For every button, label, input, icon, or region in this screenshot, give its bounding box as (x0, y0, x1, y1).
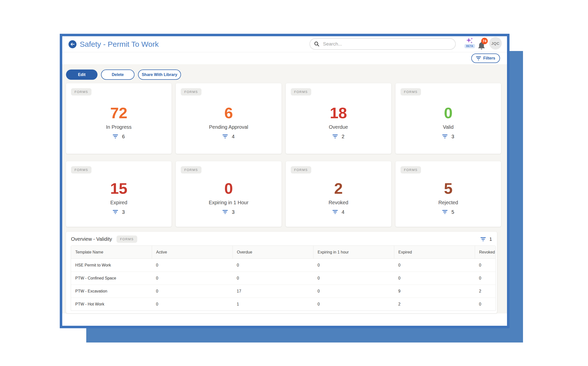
stat-value: 6 (224, 105, 233, 121)
template-name-cell: PTW - Excavation (71, 285, 152, 298)
filter-icon (442, 134, 448, 138)
page-title: Safety - Permit To Work (80, 40, 159, 48)
table-scroll-area[interactable]: Template Name Active Overdue Expiring in… (71, 246, 496, 311)
filter-icon (480, 237, 486, 241)
header-bar: Safety - Permit To Work BETA (62, 36, 507, 52)
filter-icon (476, 56, 481, 60)
stat-label: Revoked (328, 200, 348, 206)
notifications-button[interactable]: 74 (476, 38, 489, 51)
beta-feature-button[interactable]: BETA (464, 37, 476, 48)
table-row: PTW - Confined Space 0 0 0 0 0 (71, 272, 496, 285)
value-cell: 0 (152, 272, 232, 285)
value-cell: 0 (232, 259, 313, 272)
value-cell: 0 (313, 285, 394, 298)
delete-button[interactable]: Delete (101, 70, 134, 80)
value-cell: 0 (313, 298, 394, 311)
stat-value: 72 (110, 105, 128, 121)
overview-validity-card: Overview - Validity FORMS 1 Template Nam… (66, 232, 497, 313)
filter-icon (113, 134, 118, 138)
back-arrow-icon (70, 42, 75, 46)
table-row: HSE Permit to Work 0 0 0 0 0 (71, 259, 496, 272)
card-filter-count: 5 (452, 209, 454, 215)
card-filter-count: 4 (232, 134, 234, 140)
forms-tag: FORMS (71, 88, 92, 96)
forms-tag: FORMS (181, 88, 201, 96)
search-icon (314, 41, 320, 47)
table-filter-count: 1 (489, 236, 492, 242)
filter-icon (222, 210, 228, 214)
stat-label: In Progress (106, 124, 132, 130)
value-cell: 0 (475, 259, 496, 272)
back-button[interactable] (68, 40, 76, 48)
value-cell: 2 (475, 285, 496, 298)
card-pending-approval: FORMS 6 Pending Approval 4 (176, 83, 281, 154)
value-cell: 0 (475, 272, 496, 285)
stat-cards-grid: FORMS 72 In Progress 6 FORMS 6 Pending A… (66, 83, 501, 227)
card-revoked: FORMS 2 Revoked 4 (286, 161, 391, 227)
stat-label: Overdue (329, 124, 348, 130)
user-avatar[interactable]: JQC (489, 37, 502, 50)
forms-tag: FORMS (400, 88, 421, 96)
value-cell: 1 (232, 298, 313, 311)
card-filter-count: 4 (342, 209, 344, 215)
search-box[interactable] (310, 38, 456, 50)
table-row: PTW - Hot Work 0 1 0 2 0 (71, 298, 496, 311)
card-filter-link[interactable]: 4 (332, 209, 344, 215)
stat-value: 0 (224, 181, 233, 196)
filter-icon (113, 210, 118, 214)
notification-count-badge: 74 (481, 38, 488, 44)
card-in-progress: FORMS 72 In Progress 6 (66, 83, 172, 154)
app-window: Safety - Permit To Work BETA (60, 34, 510, 328)
validity-table: Template Name Active Overdue Expiring in… (71, 246, 496, 310)
stat-value: 0 (444, 105, 452, 121)
stat-value: 2 (334, 181, 342, 196)
card-filter-link[interactable]: 4 (222, 134, 234, 140)
card-filter-count: 3 (232, 209, 234, 215)
share-with-library-button[interactable]: Share With Library (138, 70, 181, 80)
card-filter-link[interactable]: 3 (222, 209, 234, 215)
value-cell: 0 (313, 259, 394, 272)
value-cell: 0 (152, 259, 232, 272)
stat-label: Rejected (438, 200, 458, 206)
filters-button[interactable]: Filters (471, 54, 500, 63)
card-expired: FORMS 15 Expired 3 (66, 161, 172, 227)
value-cell: 0 (394, 272, 475, 285)
table-title-row: Overview - Validity FORMS 1 (66, 232, 497, 246)
filters-row: Filters (62, 52, 507, 64)
card-filter-count: 3 (452, 134, 454, 140)
value-cell: 0 (394, 259, 475, 272)
forms-tag: FORMS (71, 166, 92, 174)
column-header: Expired (394, 246, 475, 259)
card-overdue: FORMS 18 Overdue 2 (286, 83, 391, 154)
screen: Safety - Permit To Work BETA (0, 0, 588, 366)
card-filter-link[interactable]: 6 (113, 134, 125, 140)
edit-button[interactable]: Edit (66, 70, 98, 80)
forms-tag: FORMS (400, 166, 421, 174)
value-cell: 17 (232, 285, 313, 298)
column-header: Revoked (475, 246, 496, 259)
table-row: PTW - Excavation 0 17 0 9 2 (71, 285, 496, 298)
beta-badge: BETA (464, 44, 475, 48)
value-cell: 0 (475, 298, 496, 311)
card-filter-link[interactable]: 3 (442, 134, 454, 140)
column-header: Overdue (232, 246, 313, 259)
filter-icon (332, 210, 338, 214)
column-header: Expiring in 1 hour (313, 246, 394, 259)
card-filter-link[interactable]: 5 (442, 209, 454, 215)
sparkles-icon (466, 37, 474, 45)
card-filter-link[interactable]: 3 (113, 209, 125, 215)
value-cell: 0 (152, 298, 232, 311)
forms-tag: FORMS (291, 88, 311, 96)
stat-label: Expiring in 1 Hour (209, 200, 248, 206)
value-cell: 2 (394, 298, 475, 311)
value-cell: 0 (313, 272, 394, 285)
card-filter-count: 6 (122, 134, 125, 140)
card-rejected: FORMS 5 Rejected 5 (396, 161, 501, 227)
value-cell: 9 (394, 285, 475, 298)
table-filter-link[interactable]: 1 (480, 236, 492, 242)
stat-value: 5 (444, 181, 452, 196)
filter-icon (442, 210, 448, 214)
filter-icon (332, 134, 338, 138)
search-input[interactable] (322, 41, 451, 47)
card-filter-link[interactable]: 2 (332, 134, 344, 140)
